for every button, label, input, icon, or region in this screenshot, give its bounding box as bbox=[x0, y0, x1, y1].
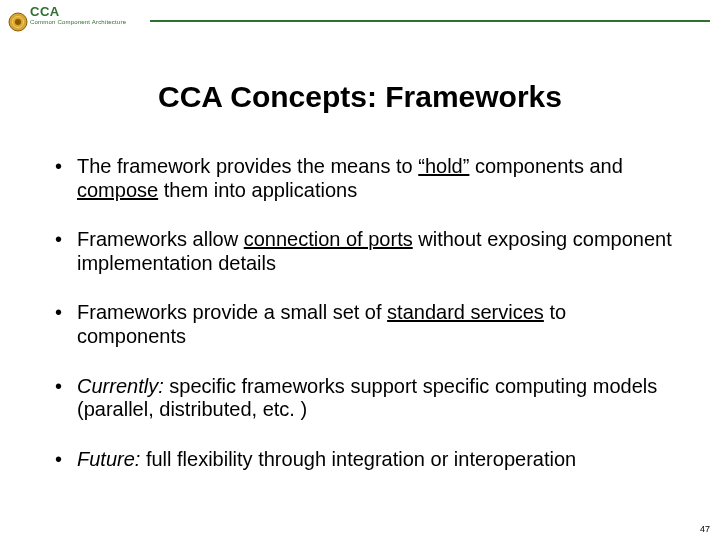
page-number: 47 bbox=[700, 524, 710, 534]
list-item: Future: full flexibility through integra… bbox=[55, 448, 675, 472]
slide-title: CCA Concepts: Frameworks bbox=[0, 80, 720, 114]
cca-logo-icon bbox=[8, 12, 28, 32]
bullet-emphasis: standard services bbox=[387, 301, 544, 323]
bullet-text: Frameworks provide a small set of bbox=[77, 301, 387, 323]
slide-header: CCA Common Component Architecture bbox=[0, 4, 720, 30]
list-item: Frameworks allow connection of ports wit… bbox=[55, 228, 675, 275]
header-subtitle: Common Component Architecture bbox=[30, 19, 126, 25]
list-item: Currently: specific frameworks support s… bbox=[55, 375, 675, 422]
svg-point-2 bbox=[15, 19, 21, 25]
bullet-lead-italic: Future: bbox=[77, 448, 140, 470]
bullet-text: Frameworks allow bbox=[77, 228, 244, 250]
bullet-text: components and bbox=[469, 155, 622, 177]
bullet-text: specific frameworks support specific com… bbox=[77, 375, 657, 421]
bullet-text: full flexibility through integration or … bbox=[140, 448, 576, 470]
bullet-list: The framework provides the means to “hol… bbox=[55, 155, 675, 497]
bullet-emphasis: “hold” bbox=[418, 155, 469, 177]
bullet-emphasis: connection of ports bbox=[244, 228, 413, 250]
header-rule bbox=[150, 20, 710, 22]
bullet-text: The framework provides the means to bbox=[77, 155, 418, 177]
bullet-text: them into applications bbox=[158, 179, 357, 201]
list-item: Frameworks provide a small set of standa… bbox=[55, 301, 675, 348]
header-acronym: CCA bbox=[30, 4, 60, 19]
bullet-lead-italic: Currently: bbox=[77, 375, 164, 397]
list-item: The framework provides the means to “hol… bbox=[55, 155, 675, 202]
bullet-emphasis: compose bbox=[77, 179, 158, 201]
